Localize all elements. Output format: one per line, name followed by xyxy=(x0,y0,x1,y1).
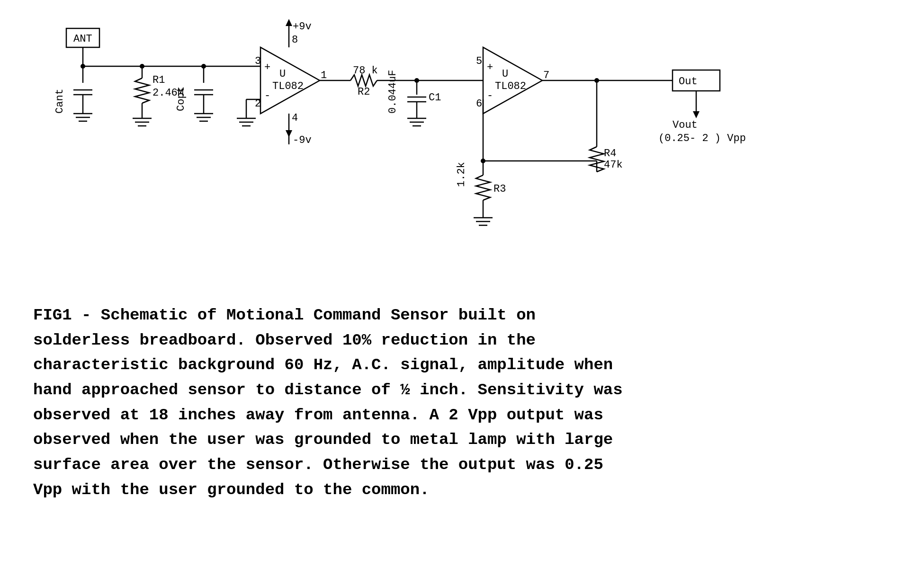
u1-u-label: U xyxy=(279,68,286,80)
c1-label: 0.044uF xyxy=(387,70,399,114)
r2-value: 78 k xyxy=(353,65,378,77)
svg-marker-66 xyxy=(693,111,700,118)
vout-range: (0.25- 2 ) Vpp xyxy=(658,133,746,144)
svg-point-62 xyxy=(481,159,485,163)
pin4-num: 4 xyxy=(292,112,298,124)
figure-caption: FIG1 - Schematic of Motional Command Sen… xyxy=(28,303,896,503)
c1-id: C1 xyxy=(429,92,441,104)
caption-line4: hand approached sensor to distance of ½ … xyxy=(33,378,891,403)
pin5-label: + xyxy=(487,62,493,73)
caption-line2: solderless breadboard. Observed 10% redu… xyxy=(33,328,891,353)
u2-name: TL082 xyxy=(495,80,526,92)
caption-line5: observed at 18 inches away from antenna.… xyxy=(33,403,891,428)
caption-line1: FIG1 - Schematic of Motional Command Sen… xyxy=(33,303,891,328)
caption-line8: Vpp with the user grounded to the common… xyxy=(33,478,891,503)
copt-label: Copt xyxy=(175,86,187,111)
cant-label: Cant xyxy=(54,89,66,114)
pin3-label: + xyxy=(264,62,270,73)
pin3-num: 3 xyxy=(255,55,261,67)
vout-label: Vout xyxy=(673,119,698,131)
r2-label: R2 xyxy=(358,86,370,98)
caption-line3: characteristic background 60 Hz, A.C. si… xyxy=(33,353,891,378)
schematic-diagram: .line { stroke: #000; stroke-width: 2.5;… xyxy=(28,19,896,284)
u2-u-label: U xyxy=(502,68,508,80)
pin5-num: 5 xyxy=(476,55,482,67)
out-label: Out xyxy=(679,76,698,88)
vplus-label: +9v xyxy=(293,21,312,33)
pin7-num: 7 xyxy=(543,70,549,81)
pin1-num: 1 xyxy=(321,70,327,81)
r3-label: R3 xyxy=(493,183,506,195)
vminus-label: -9v xyxy=(293,134,312,146)
r4-value: 47k xyxy=(604,159,623,171)
ant-label: ANT xyxy=(73,33,92,45)
pin6-num: 6 xyxy=(476,98,482,110)
pin6-label: - xyxy=(487,90,493,102)
u1-name: TL082 xyxy=(272,80,304,92)
caption-line7: surface area over the sensor. Otherwise … xyxy=(33,452,891,478)
svg-marker-30 xyxy=(286,19,292,26)
r1-label: R1 xyxy=(153,74,165,86)
r4-label: R4 xyxy=(604,148,616,160)
pin8-num: 8 xyxy=(292,34,298,46)
caption-line6: observed when the user was grounded to m… xyxy=(33,427,891,452)
pin2-label: - xyxy=(264,90,270,102)
r3-value: 1.2k xyxy=(456,162,467,187)
